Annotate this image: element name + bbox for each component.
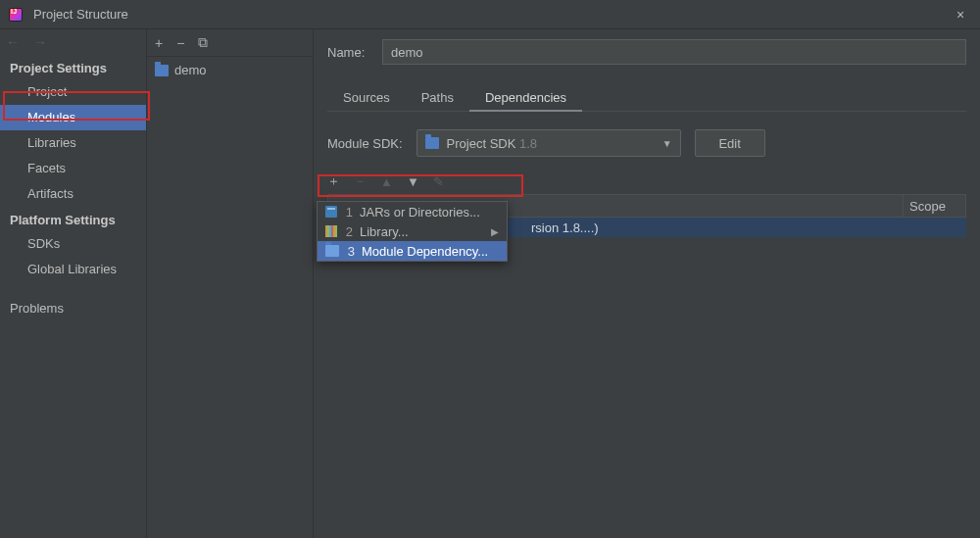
jar-icon	[325, 206, 337, 218]
edit-dependency-icon: ✎	[433, 174, 444, 189]
menu-item-number: 1	[343, 205, 353, 220]
nav-history-toolbar: ← →	[0, 29, 146, 55]
tab-paths[interactable]: Paths	[406, 84, 469, 111]
nav-problems[interactable]: Problems	[0, 296, 146, 321]
submenu-arrow-icon: ▶	[491, 226, 499, 237]
module-item-label: demo	[174, 63, 207, 77]
library-icon	[325, 225, 337, 237]
menu-item-label: JARs or Directories...	[360, 205, 480, 220]
left-sidebar: ← → Project Settings Project Modules Lib…	[0, 29, 147, 538]
add-dependency-icon[interactable]: ＋	[327, 172, 340, 190]
edit-sdk-button[interactable]: Edit	[695, 129, 765, 157]
platform-settings-header: Platform Settings	[0, 207, 146, 231]
name-label: Name:	[327, 45, 372, 60]
module-tabs: Sources Paths Dependencies	[327, 84, 966, 112]
tab-sources[interactable]: Sources	[327, 84, 406, 111]
menu-item-number: 3	[345, 244, 355, 259]
move-up-icon: ▲	[380, 174, 393, 189]
nav-facets[interactable]: Facets	[0, 156, 146, 181]
folder-icon	[155, 65, 169, 76]
copy-module-icon[interactable]: ⧉	[198, 34, 208, 51]
nav-global-libraries[interactable]: Global Libraries	[0, 257, 146, 282]
module-sdk-label: Module SDK:	[327, 136, 403, 151]
menu-module-dependency[interactable]: 3 Module Dependency...	[318, 241, 507, 261]
module-sdk-value: Project SDK 1.8	[447, 136, 538, 151]
module-list-panel: + − ⧉ demo	[147, 29, 314, 538]
move-down-icon[interactable]: ▼	[407, 174, 419, 189]
add-dependency-menu: 1 JARs or Directories... 2 Library... ▶ …	[317, 201, 508, 262]
remove-dependency-icon: －	[354, 172, 367, 190]
nav-project[interactable]: Project	[0, 79, 146, 105]
chevron-down-icon: ▼	[662, 138, 672, 149]
tab-dependencies[interactable]: Dependencies	[469, 84, 582, 111]
app-icon	[8, 7, 24, 23]
menu-item-label: Library...	[360, 224, 409, 239]
module-item-demo[interactable]: demo	[147, 61, 313, 79]
folder-icon	[325, 245, 339, 257]
menu-item-number: 2	[343, 224, 353, 239]
close-icon[interactable]: ×	[949, 7, 972, 23]
module-details: Name: Sources Paths Dependencies Module …	[314, 29, 980, 538]
window-title: Project Structure	[33, 7, 128, 22]
menu-item-label: Module Dependency...	[362, 244, 488, 259]
nav-modules[interactable]: Modules	[0, 105, 146, 130]
dependency-toolbar: ＋ － ▲ ▼ ✎	[327, 171, 966, 192]
menu-library[interactable]: 2 Library... ▶	[318, 221, 507, 241]
dep-header-scope[interactable]: Scope	[903, 195, 965, 217]
nav-libraries[interactable]: Libraries	[0, 130, 146, 156]
menu-jars-or-directories[interactable]: 1 JARs or Directories...	[318, 202, 507, 221]
folder-icon	[425, 137, 439, 149]
nav-sdks[interactable]: SDKs	[0, 231, 146, 257]
project-settings-header: Project Settings	[0, 55, 146, 79]
nav-artifacts[interactable]: Artifacts	[0, 181, 146, 207]
module-toolbar: + − ⧉	[147, 29, 313, 57]
add-module-icon[interactable]: +	[155, 35, 163, 51]
back-icon: ←	[6, 34, 20, 50]
titlebar: Project Structure ×	[0, 0, 980, 29]
forward-icon: →	[33, 34, 47, 50]
remove-module-icon[interactable]: −	[176, 35, 184, 51]
module-name-input[interactable]	[382, 39, 966, 65]
module-sdk-combobox[interactable]: Project SDK 1.8 ▼	[416, 129, 681, 157]
